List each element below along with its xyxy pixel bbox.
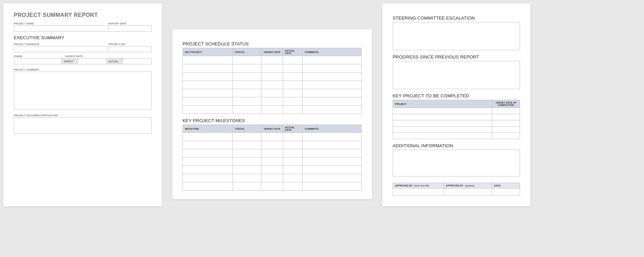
table-cell[interactable] — [283, 81, 302, 89]
table-cell[interactable] — [393, 108, 492, 114]
table-row[interactable] — [183, 133, 362, 141]
table-cell[interactable] — [492, 108, 520, 114]
table-cell[interactable] — [393, 114, 492, 120]
steering-input[interactable] — [393, 22, 520, 50]
repository-input[interactable] — [14, 117, 152, 134]
table-cell[interactable] — [302, 182, 361, 191]
table-cell[interactable] — [283, 174, 302, 182]
table-cell[interactable] — [183, 56, 233, 64]
table-cell[interactable] — [233, 81, 261, 89]
table-cell[interactable] — [233, 64, 261, 73]
table-cell[interactable] — [261, 174, 283, 182]
table-cell[interactable] — [492, 127, 520, 133]
table-row[interactable] — [183, 182, 362, 191]
table-cell[interactable] — [233, 158, 261, 166]
table-cell[interactable] — [233, 106, 261, 114]
table-cell[interactable] — [183, 133, 233, 141]
table-cell[interactable] — [283, 73, 302, 81]
table-cell[interactable] — [233, 73, 261, 81]
approval-sig-cell[interactable] — [444, 189, 492, 195]
project-summary-input[interactable] — [14, 72, 152, 109]
table-row[interactable] — [183, 81, 362, 89]
table-row[interactable] — [393, 127, 520, 133]
table-cell[interactable] — [233, 97, 261, 106]
table-cell[interactable] — [261, 56, 283, 64]
table-cell[interactable] — [183, 174, 233, 182]
table-cell[interactable] — [283, 106, 302, 114]
project-name-input[interactable] — [14, 25, 108, 32]
table-cell[interactable] — [261, 166, 283, 174]
additional-input[interactable] — [393, 150, 520, 176]
table-cell[interactable] — [183, 158, 233, 166]
table-cell[interactable] — [183, 106, 233, 114]
table-cell[interactable] — [302, 149, 361, 158]
target-date-input[interactable] — [78, 58, 106, 64]
table-cell[interactable] — [233, 56, 261, 64]
table-cell[interactable] — [261, 158, 283, 166]
table-row[interactable] — [183, 64, 362, 73]
table-cell[interactable] — [302, 106, 361, 114]
table-cell[interactable] — [183, 97, 233, 106]
table-cell[interactable] — [393, 133, 492, 139]
progress-input[interactable] — [393, 61, 520, 89]
project-manager-input[interactable] — [14, 46, 108, 52]
table-cell[interactable] — [183, 141, 233, 149]
table-cell[interactable] — [283, 141, 302, 149]
table-cell[interactable] — [302, 141, 361, 149]
table-cell[interactable] — [302, 89, 361, 97]
project-no-input[interactable] — [108, 46, 152, 52]
table-cell[interactable] — [233, 174, 261, 182]
table-cell[interactable] — [283, 89, 302, 97]
table-cell[interactable] — [233, 182, 261, 191]
table-row[interactable] — [183, 141, 362, 149]
table-cell[interactable] — [261, 133, 283, 141]
table-cell[interactable] — [261, 106, 283, 114]
table-cell[interactable] — [492, 114, 520, 120]
table-cell[interactable] — [302, 166, 361, 174]
table-cell[interactable] — [183, 149, 233, 158]
table-cell[interactable] — [302, 64, 361, 73]
table-cell[interactable] — [302, 81, 361, 89]
table-cell[interactable] — [302, 174, 361, 182]
table-row[interactable] — [393, 108, 520, 114]
table-cell[interactable] — [283, 149, 302, 158]
table-row[interactable] — [183, 106, 362, 114]
table-cell[interactable] — [492, 133, 520, 139]
table-cell[interactable] — [183, 73, 233, 81]
table-row[interactable] — [393, 114, 520, 120]
table-row[interactable] — [183, 73, 362, 81]
table-cell[interactable] — [283, 158, 302, 166]
actual-date-input[interactable] — [123, 58, 152, 64]
table-cell[interactable] — [233, 149, 261, 158]
table-row[interactable] — [183, 97, 362, 106]
table-cell[interactable] — [302, 97, 361, 106]
table-cell[interactable] — [183, 182, 233, 191]
table-cell[interactable] — [283, 64, 302, 73]
table-row[interactable] — [183, 89, 362, 97]
table-cell[interactable] — [261, 73, 283, 81]
table-cell[interactable] — [283, 97, 302, 106]
table-row[interactable] — [183, 56, 362, 64]
table-row[interactable] — [393, 133, 520, 139]
table-cell[interactable] — [393, 120, 492, 127]
table-cell[interactable] — [261, 81, 283, 89]
table-cell[interactable] — [261, 182, 283, 191]
table-cell[interactable] — [183, 81, 233, 89]
table-row[interactable] — [183, 166, 362, 174]
table-cell[interactable] — [492, 120, 520, 127]
table-row[interactable] — [183, 149, 362, 158]
table-cell[interactable] — [261, 64, 283, 73]
milestones-tbody[interactable] — [183, 133, 362, 191]
approval-name-cell[interactable] — [393, 189, 444, 195]
table-cell[interactable] — [261, 149, 283, 158]
table-cell[interactable] — [233, 89, 261, 97]
table-row[interactable] — [393, 120, 520, 127]
table-cell[interactable] — [302, 133, 361, 141]
approval-row[interactable] — [393, 189, 520, 195]
table-cell[interactable] — [302, 56, 361, 64]
table-cell[interactable] — [233, 133, 261, 141]
table-cell[interactable] — [283, 166, 302, 174]
table-row[interactable] — [183, 174, 362, 182]
table-cell[interactable] — [283, 56, 302, 64]
schedule-tbody[interactable] — [183, 56, 362, 114]
